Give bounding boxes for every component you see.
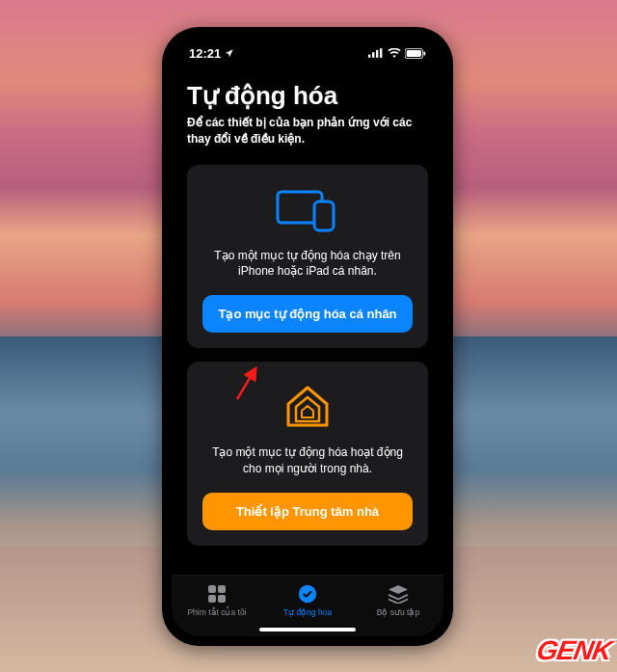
svg-rect-9 xyxy=(208,585,216,593)
watermark-logo: GENK xyxy=(534,635,614,666)
home-card-text: Tạo một mục tự động hóa hoạt động cho mọ… xyxy=(202,444,413,477)
setup-home-hub-button[interactable]: Thiết lập Trung tâm nhà xyxy=(202,493,413,530)
tab-automation[interactable]: Tự động hoa xyxy=(262,583,352,617)
status-time: 12:21 xyxy=(189,46,221,61)
wifi-icon xyxy=(388,48,401,58)
svg-rect-5 xyxy=(407,50,421,57)
create-personal-automation-button[interactable]: Tạo mục tự động hóa cá nhân xyxy=(202,295,413,333)
tab-gallery[interactable]: Bộ sưu tập xyxy=(353,583,443,617)
personal-automation-card: Tạo một mục tự động hóa chạy trên iPhone… xyxy=(187,165,428,349)
page-title: Tự động hóa xyxy=(187,81,428,111)
page-subtitle: Để các thiết bị của bạn phản ứng với các… xyxy=(187,115,428,148)
svg-rect-3 xyxy=(380,48,382,58)
status-bar: 12:21 xyxy=(172,37,443,64)
personal-card-text: Tạo một mục tự động hóa chạy trên iPhone… xyxy=(202,248,413,281)
tab-automation-label: Tự động hoa xyxy=(283,607,332,617)
tab-shortcuts[interactable]: Phim tắt của tôi xyxy=(172,583,261,617)
tab-shortcuts-label: Phim tắt của tôi xyxy=(187,607,246,617)
svg-rect-2 xyxy=(376,50,378,58)
grid-icon xyxy=(206,583,228,605)
battery-icon xyxy=(405,48,426,59)
svg-rect-0 xyxy=(368,55,370,58)
phone-frame: 12:21 Tự động hóa Để các thiết bị của bạ… xyxy=(162,27,453,646)
svg-rect-12 xyxy=(218,595,226,603)
svg-rect-1 xyxy=(372,52,374,58)
svg-rect-11 xyxy=(208,595,216,603)
location-icon xyxy=(225,48,234,58)
home-icon xyxy=(284,383,331,431)
devices-icon xyxy=(274,186,341,234)
home-indicator[interactable] xyxy=(259,628,356,632)
clock-check-icon xyxy=(297,583,318,605)
svg-rect-8 xyxy=(314,202,334,230)
tab-gallery-label: Bộ sưu tập xyxy=(377,607,419,617)
stack-icon xyxy=(388,583,409,605)
svg-rect-10 xyxy=(218,585,226,593)
svg-rect-6 xyxy=(423,51,425,55)
screen: 12:21 Tự động hóa Để các thiết bị của bạ… xyxy=(172,37,443,636)
signal-icon xyxy=(368,48,384,58)
content-area: Tự động hóa Để các thiết bị của bạn phản… xyxy=(172,64,443,575)
home-automation-card: Tạo một mục tự động hóa hoạt động cho mọ… xyxy=(187,362,428,546)
